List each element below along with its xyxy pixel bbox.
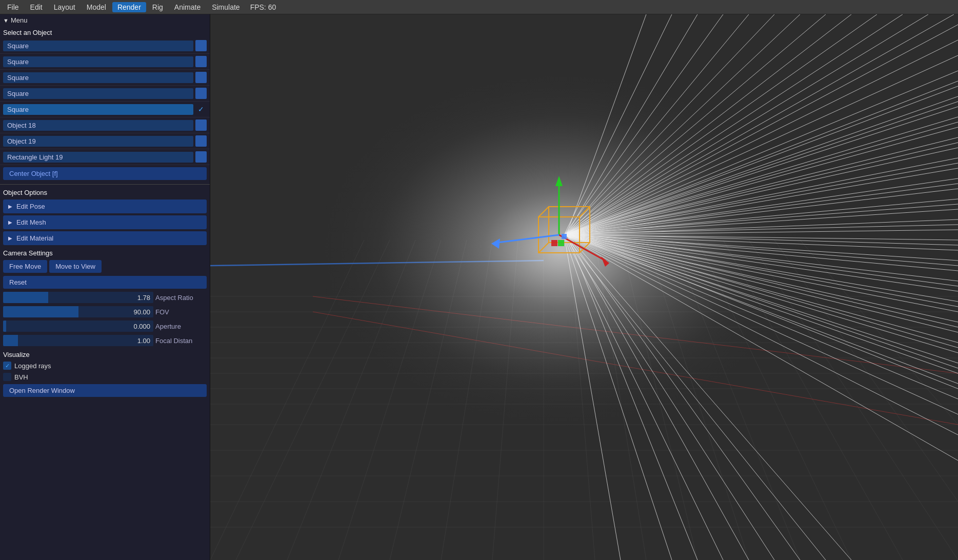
fov-label: FOV [155,308,207,316]
svg-rect-124 [551,240,557,246]
svg-rect-111 [210,14,958,560]
object-icon [195,56,207,67]
viewport-canvas [210,14,958,560]
list-item-selected[interactable]: Square ✓ [0,102,210,117]
edit-material-item[interactable]: ▶ Edit Material [3,231,207,245]
object-name: Rectangle Light 19 [3,152,193,163]
menubar: File Edit Layout Model Render Rig Animat… [0,0,958,14]
aspect-ratio-value: 1.78 [3,294,153,302]
object-icon [195,151,207,163]
expand-arrow-icon: ▶ [8,219,12,225]
3d-viewport[interactable] [210,14,958,560]
menu-item-model[interactable]: Model [82,2,111,12]
open-render-window-button[interactable]: Open Render Window [3,384,207,397]
focal-distance-row: 1.00 Focal Distan [0,333,210,348]
object-name: Object 18 [3,120,193,131]
edit-mesh-label: Edit Mesh [16,218,46,226]
aperture-slider[interactable]: 0.000 [3,321,153,332]
bvh-checkbox[interactable] [3,373,11,381]
aperture-value: 0.000 [3,323,153,330]
object-icon [195,135,207,147]
menu-toggle[interactable]: ▼ Menu [0,14,210,26]
menu-item-file[interactable]: File [2,2,24,12]
fps-display: FPS: 60 [250,3,276,11]
object-options-title: Object Options [0,187,210,198]
reset-button[interactable]: Reset [3,276,207,289]
object-name: Square [3,56,193,67]
expand-arrow-icon: ▶ [8,235,12,241]
menu-item-animate[interactable]: Animate [169,2,206,12]
focal-distance-label: Focal Distan [155,337,207,345]
list-item[interactable]: Square [0,86,210,102]
center-object-button[interactable]: Center Object [f] [3,167,207,180]
bvh-item[interactable]: BVH [0,371,210,383]
list-item[interactable]: Square [0,70,210,86]
menu-item-simulate[interactable]: Simulate [207,2,245,12]
edit-material-label: Edit Material [16,234,53,242]
logged-rays-label: Logged rays [14,362,51,370]
list-item[interactable]: Object 19 [0,133,210,149]
svg-rect-125 [558,240,564,246]
menu-item-edit[interactable]: Edit [25,2,48,12]
menu-item-rig[interactable]: Rig [147,2,168,12]
bvh-label: BVH [14,373,28,381]
menu-arrow-icon: ▼ [3,17,9,24]
fov-value: 90.00 [3,308,153,316]
object-icon [195,40,207,51]
focal-distance-slider[interactable]: 1.00 [3,335,153,346]
aspect-ratio-slider[interactable]: 1.78 [3,292,153,303]
object-name: Square [3,88,193,99]
object-name: Object 19 [3,136,193,147]
move-to-view-button[interactable]: Move to View [49,260,102,273]
menu-label: Menu [11,16,28,24]
visualize-title: Visualize [0,348,210,360]
edit-pose-label: Edit Pose [16,203,45,210]
menu-item-render[interactable]: Render [112,2,146,12]
expand-arrow-icon: ▶ [8,204,12,209]
camera-buttons-group: Free Move Move to View [0,258,210,274]
divider [0,184,210,185]
list-item[interactable]: Square [0,38,210,54]
aperture-label: Aperture [155,323,207,330]
object-name: Square [3,72,193,83]
fov-slider[interactable]: 90.00 [3,306,153,317]
sidebar: ▼ Menu Select an Object Square Square Sq… [0,14,210,560]
focal-distance-value: 1.00 [3,337,153,345]
edit-mesh-item[interactable]: ▶ Edit Mesh [3,215,207,229]
aspect-ratio-row: 1.78 Aspect Ratio [0,290,210,305]
object-icon [195,72,207,83]
aspect-ratio-label: Aspect Ratio [155,294,207,302]
checkmark-icon: ✓ [195,104,207,115]
list-item[interactable]: Square [0,54,210,70]
list-item[interactable]: Object 18 [0,117,210,133]
edit-pose-item[interactable]: ▶ Edit Pose [3,199,207,213]
object-icon [195,88,207,99]
fov-row: 90.00 FOV [0,305,210,319]
object-name: Square [3,41,193,51]
logged-rays-checkbox[interactable]: ✓ [3,362,11,370]
list-item-rectangle-light[interactable]: Rectangle Light 19 [0,149,210,165]
aperture-row: 0.000 Aperture [0,319,210,333]
menu-item-layout[interactable]: Layout [49,2,81,12]
logged-rays-item[interactable]: ✓ Logged rays [0,360,210,371]
object-name-selected: Square [3,104,193,115]
select-object-title: Select an Object [0,26,210,38]
svg-rect-126 [562,234,567,239]
free-move-button[interactable]: Free Move [3,260,47,273]
main-area: ▼ Menu Select an Object Square Square Sq… [0,14,958,560]
camera-settings-title: Camera Settings [0,246,210,258]
object-icon [195,119,207,131]
